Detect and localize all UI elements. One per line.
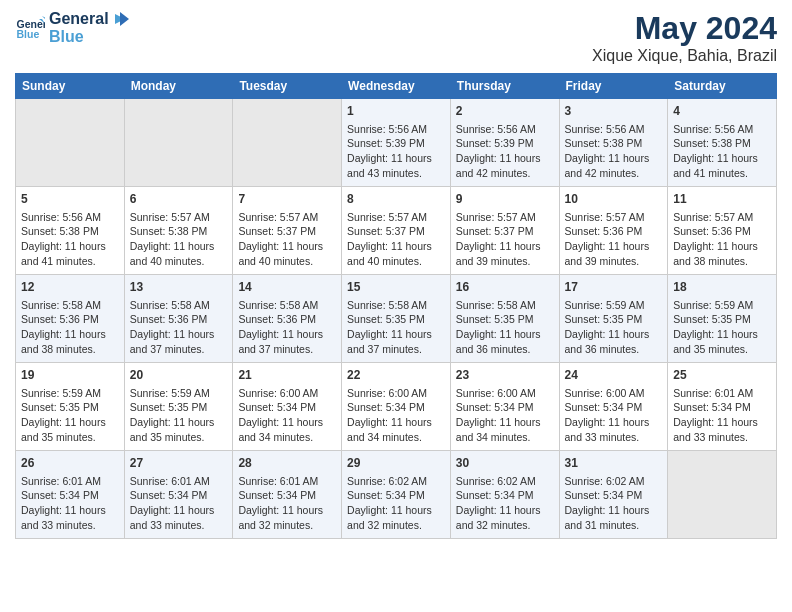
day-info: Sunrise: 5:56 AM Sunset: 5:38 PM Dayligh… <box>673 122 771 181</box>
calendar-cell: 11Sunrise: 5:57 AM Sunset: 5:36 PM Dayli… <box>668 187 777 275</box>
day-info: Sunrise: 5:57 AM Sunset: 5:38 PM Dayligh… <box>130 210 228 269</box>
calendar-week-5: 26Sunrise: 6:01 AM Sunset: 5:34 PM Dayli… <box>16 451 777 539</box>
day-number: 14 <box>238 279 336 296</box>
header: General Blue General Blue May 2024 Xique… <box>15 10 777 65</box>
calendar-cell <box>668 451 777 539</box>
calendar-cell: 16Sunrise: 5:58 AM Sunset: 5:35 PM Dayli… <box>450 275 559 363</box>
day-number: 19 <box>21 367 119 384</box>
day-number: 25 <box>673 367 771 384</box>
calendar-cell: 24Sunrise: 6:00 AM Sunset: 5:34 PM Dayli… <box>559 363 668 451</box>
col-saturday: Saturday <box>668 74 777 99</box>
day-number: 10 <box>565 191 663 208</box>
day-number: 16 <box>456 279 554 296</box>
day-number: 30 <box>456 455 554 472</box>
day-info: Sunrise: 6:00 AM Sunset: 5:34 PM Dayligh… <box>456 386 554 445</box>
calendar-week-3: 12Sunrise: 5:58 AM Sunset: 5:36 PM Dayli… <box>16 275 777 363</box>
day-info: Sunrise: 5:57 AM Sunset: 5:37 PM Dayligh… <box>456 210 554 269</box>
calendar-cell: 31Sunrise: 6:02 AM Sunset: 5:34 PM Dayli… <box>559 451 668 539</box>
calendar-cell: 2Sunrise: 5:56 AM Sunset: 5:39 PM Daylig… <box>450 99 559 187</box>
day-info: Sunrise: 6:01 AM Sunset: 5:34 PM Dayligh… <box>238 474 336 533</box>
day-number: 20 <box>130 367 228 384</box>
svg-text:Blue: Blue <box>17 28 40 40</box>
calendar-week-1: 1Sunrise: 5:56 AM Sunset: 5:39 PM Daylig… <box>16 99 777 187</box>
day-info: Sunrise: 6:01 AM Sunset: 5:34 PM Dayligh… <box>21 474 119 533</box>
main-title: May 2024 <box>592 10 777 47</box>
day-info: Sunrise: 5:59 AM Sunset: 5:35 PM Dayligh… <box>565 298 663 357</box>
day-number: 29 <box>347 455 445 472</box>
calendar-cell: 9Sunrise: 5:57 AM Sunset: 5:37 PM Daylig… <box>450 187 559 275</box>
calendar-cell: 13Sunrise: 5:58 AM Sunset: 5:36 PM Dayli… <box>124 275 233 363</box>
calendar-cell: 22Sunrise: 6:00 AM Sunset: 5:34 PM Dayli… <box>342 363 451 451</box>
day-info: Sunrise: 5:56 AM Sunset: 5:38 PM Dayligh… <box>565 122 663 181</box>
calendar-cell: 28Sunrise: 6:01 AM Sunset: 5:34 PM Dayli… <box>233 451 342 539</box>
calendar-cell: 1Sunrise: 5:56 AM Sunset: 5:39 PM Daylig… <box>342 99 451 187</box>
subtitle: Xique Xique, Bahia, Brazil <box>592 47 777 65</box>
day-number: 24 <box>565 367 663 384</box>
calendar-week-4: 19Sunrise: 5:59 AM Sunset: 5:35 PM Dayli… <box>16 363 777 451</box>
calendar-cell: 15Sunrise: 5:58 AM Sunset: 5:35 PM Dayli… <box>342 275 451 363</box>
day-info: Sunrise: 6:01 AM Sunset: 5:34 PM Dayligh… <box>130 474 228 533</box>
calendar-cell: 7Sunrise: 5:57 AM Sunset: 5:37 PM Daylig… <box>233 187 342 275</box>
calendar-cell <box>233 99 342 187</box>
calendar-cell: 19Sunrise: 5:59 AM Sunset: 5:35 PM Dayli… <box>16 363 125 451</box>
logo-general: General <box>49 10 109 28</box>
day-info: Sunrise: 6:02 AM Sunset: 5:34 PM Dayligh… <box>347 474 445 533</box>
day-info: Sunrise: 5:59 AM Sunset: 5:35 PM Dayligh… <box>21 386 119 445</box>
calendar-cell: 29Sunrise: 6:02 AM Sunset: 5:34 PM Dayli… <box>342 451 451 539</box>
day-number: 3 <box>565 103 663 120</box>
day-info: Sunrise: 5:57 AM Sunset: 5:37 PM Dayligh… <box>347 210 445 269</box>
day-number: 13 <box>130 279 228 296</box>
col-sunday: Sunday <box>16 74 125 99</box>
day-number: 21 <box>238 367 336 384</box>
day-info: Sunrise: 6:02 AM Sunset: 5:34 PM Dayligh… <box>456 474 554 533</box>
day-number: 23 <box>456 367 554 384</box>
day-info: Sunrise: 6:01 AM Sunset: 5:34 PM Dayligh… <box>673 386 771 445</box>
day-number: 1 <box>347 103 445 120</box>
calendar-cell: 3Sunrise: 5:56 AM Sunset: 5:38 PM Daylig… <box>559 99 668 187</box>
day-info: Sunrise: 5:58 AM Sunset: 5:36 PM Dayligh… <box>21 298 119 357</box>
day-info: Sunrise: 5:58 AM Sunset: 5:35 PM Dayligh… <box>456 298 554 357</box>
logo: General Blue General Blue <box>15 10 129 46</box>
calendar-cell: 27Sunrise: 6:01 AM Sunset: 5:34 PM Dayli… <box>124 451 233 539</box>
day-number: 11 <box>673 191 771 208</box>
day-info: Sunrise: 5:57 AM Sunset: 5:36 PM Dayligh… <box>565 210 663 269</box>
day-number: 18 <box>673 279 771 296</box>
day-number: 7 <box>238 191 336 208</box>
day-info: Sunrise: 5:57 AM Sunset: 5:36 PM Dayligh… <box>673 210 771 269</box>
day-number: 28 <box>238 455 336 472</box>
day-info: Sunrise: 5:56 AM Sunset: 5:39 PM Dayligh… <box>347 122 445 181</box>
day-info: Sunrise: 6:00 AM Sunset: 5:34 PM Dayligh… <box>238 386 336 445</box>
day-number: 22 <box>347 367 445 384</box>
day-number: 27 <box>130 455 228 472</box>
calendar-cell: 5Sunrise: 5:56 AM Sunset: 5:38 PM Daylig… <box>16 187 125 275</box>
day-info: Sunrise: 5:58 AM Sunset: 5:36 PM Dayligh… <box>238 298 336 357</box>
calendar-cell: 20Sunrise: 5:59 AM Sunset: 5:35 PM Dayli… <box>124 363 233 451</box>
day-number: 31 <box>565 455 663 472</box>
header-row: Sunday Monday Tuesday Wednesday Thursday… <box>16 74 777 99</box>
day-number: 2 <box>456 103 554 120</box>
calendar-cell: 25Sunrise: 6:01 AM Sunset: 5:34 PM Dayli… <box>668 363 777 451</box>
day-info: Sunrise: 5:59 AM Sunset: 5:35 PM Dayligh… <box>673 298 771 357</box>
day-info: Sunrise: 5:58 AM Sunset: 5:36 PM Dayligh… <box>130 298 228 357</box>
day-number: 12 <box>21 279 119 296</box>
day-info: Sunrise: 6:00 AM Sunset: 5:34 PM Dayligh… <box>347 386 445 445</box>
day-info: Sunrise: 5:58 AM Sunset: 5:35 PM Dayligh… <box>347 298 445 357</box>
svg-marker-5 <box>120 12 129 26</box>
day-number: 6 <box>130 191 228 208</box>
calendar-cell: 12Sunrise: 5:58 AM Sunset: 5:36 PM Dayli… <box>16 275 125 363</box>
col-monday: Monday <box>124 74 233 99</box>
calendar-cell: 17Sunrise: 5:59 AM Sunset: 5:35 PM Dayli… <box>559 275 668 363</box>
calendar-cell: 23Sunrise: 6:00 AM Sunset: 5:34 PM Dayli… <box>450 363 559 451</box>
col-thursday: Thursday <box>450 74 559 99</box>
day-info: Sunrise: 6:00 AM Sunset: 5:34 PM Dayligh… <box>565 386 663 445</box>
day-number: 9 <box>456 191 554 208</box>
col-friday: Friday <box>559 74 668 99</box>
calendar-cell: 4Sunrise: 5:56 AM Sunset: 5:38 PM Daylig… <box>668 99 777 187</box>
calendar-cell: 26Sunrise: 6:01 AM Sunset: 5:34 PM Dayli… <box>16 451 125 539</box>
day-number: 17 <box>565 279 663 296</box>
calendar-cell: 8Sunrise: 5:57 AM Sunset: 5:37 PM Daylig… <box>342 187 451 275</box>
col-tuesday: Tuesday <box>233 74 342 99</box>
calendar-cell <box>124 99 233 187</box>
page-container: General Blue General Blue May 2024 Xique… <box>0 0 792 549</box>
day-info: Sunrise: 5:56 AM Sunset: 5:38 PM Dayligh… <box>21 210 119 269</box>
